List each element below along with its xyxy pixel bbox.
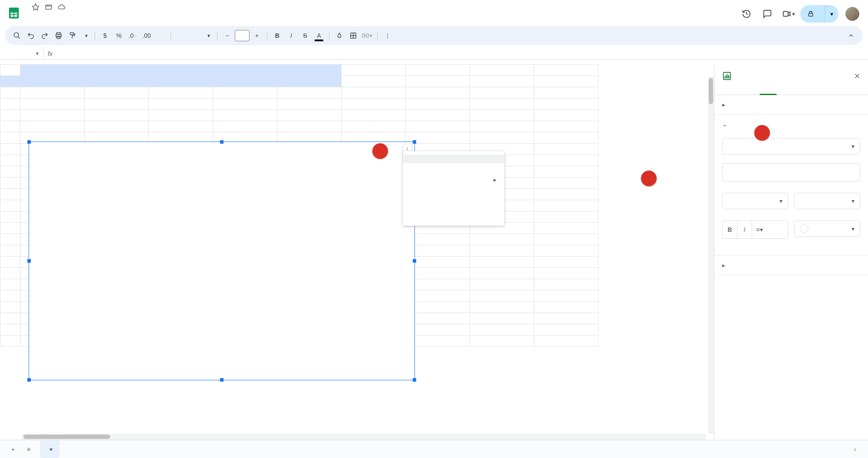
- move-icon[interactable]: [44, 3, 53, 11]
- cloud-icon[interactable]: [57, 3, 66, 11]
- vertical-scrollbar[interactable]: [708, 76, 714, 434]
- merge-cells-icon[interactable]: ▾: [361, 29, 374, 42]
- ctx-download-chart[interactable]: ▸: [403, 172, 504, 188]
- redo-icon[interactable]: [38, 29, 51, 42]
- formula-bar[interactable]: [57, 48, 868, 59]
- cell-B3[interactable]: [85, 99, 149, 110]
- more-formats-button[interactable]: [154, 29, 167, 42]
- share-button[interactable]: [800, 5, 825, 23]
- row-header[interactable]: [0, 302, 20, 313]
- section-legend[interactable]: ▸: [714, 255, 868, 275]
- font-size-increase[interactable]: +: [250, 29, 263, 42]
- percent-icon[interactable]: %: [112, 29, 125, 42]
- name-box[interactable]: ▼: [0, 48, 43, 59]
- section-pie-slice[interactable]: ▸: [714, 95, 868, 115]
- tab-customize[interactable]: [760, 84, 777, 95]
- horizontal-scrollbar[interactable]: [22, 434, 706, 440]
- row-header[interactable]: [0, 132, 20, 144]
- col-header-H[interactable]: [470, 65, 534, 76]
- col-header-D[interactable]: [213, 65, 277, 76]
- ctx-copy-chart[interactable]: [403, 196, 504, 205]
- row-header[interactable]: [0, 99, 20, 110]
- font-size-decrease[interactable]: −: [221, 29, 234, 42]
- row-header[interactable]: [0, 189, 20, 200]
- star-icon[interactable]: [31, 3, 40, 11]
- row-header[interactable]: [0, 110, 20, 121]
- paint-format-icon[interactable]: [66, 29, 79, 42]
- col-header-C[interactable]: [149, 65, 213, 76]
- row-header[interactable]: [0, 279, 20, 290]
- row-header[interactable]: [0, 87, 20, 99]
- row-header[interactable]: [0, 121, 20, 132]
- col-header-B[interactable]: [85, 65, 149, 76]
- row-header[interactable]: [0, 313, 20, 324]
- zoom-select[interactable]: ▼: [80, 33, 91, 38]
- row-header[interactable]: [0, 178, 20, 189]
- account-avatar[interactable]: [845, 7, 859, 21]
- all-sheets-button[interactable]: ≡: [21, 442, 36, 457]
- history-icon[interactable]: [738, 5, 755, 23]
- menu-file[interactable]: [26, 13, 33, 16]
- cell-B5[interactable]: [85, 121, 149, 132]
- row-header[interactable]: [0, 290, 20, 302]
- menu-help[interactable]: [95, 13, 102, 16]
- ctx-alt-text[interactable]: [403, 214, 504, 222]
- row-header[interactable]: [0, 234, 20, 245]
- cell-A3[interactable]: [20, 99, 85, 110]
- borders-icon[interactable]: [347, 29, 360, 42]
- menu-edit[interactable]: [35, 13, 42, 16]
- sheets-logo[interactable]: [5, 4, 23, 22]
- select-all-corner[interactable]: [0, 65, 20, 76]
- increase-decimal-icon[interactable]: .00: [140, 29, 153, 42]
- cell-B2[interactable]: [85, 87, 149, 99]
- ctx-edit-chart[interactable]: [403, 155, 504, 163]
- embedded-chart[interactable]: ⋮: [29, 142, 415, 380]
- undo-icon[interactable]: [24, 29, 37, 42]
- currency-icon[interactable]: $: [99, 29, 112, 42]
- ctx-move-chart[interactable]: [403, 205, 504, 214]
- ctx-publish-chart[interactable]: [403, 188, 504, 196]
- bold-icon[interactable]: B: [271, 29, 284, 42]
- row-header[interactable]: [0, 324, 20, 336]
- menu-tools[interactable]: [78, 13, 85, 16]
- title-align-button[interactable]: ≡▾: [752, 221, 767, 238]
- title-bold-button[interactable]: B: [723, 221, 737, 238]
- search-icon[interactable]: [10, 29, 23, 42]
- row-header[interactable]: [0, 155, 20, 166]
- title-font-select[interactable]: ▾: [722, 193, 788, 209]
- menu-format[interactable]: [61, 13, 68, 16]
- comments-icon[interactable]: [759, 5, 776, 23]
- cell-B4[interactable]: [85, 110, 149, 121]
- cell-A5[interactable]: [20, 121, 85, 132]
- add-sheet-button[interactable]: +: [5, 442, 21, 457]
- row-header[interactable]: [0, 245, 20, 257]
- title-type-select[interactable]: ▾: [722, 138, 860, 155]
- close-icon[interactable]: [853, 72, 861, 80]
- menu-data[interactable]: [69, 13, 76, 16]
- cell-A4[interactable]: [20, 110, 85, 121]
- row-header[interactable]: [0, 211, 20, 223]
- row-header[interactable]: [0, 257, 20, 268]
- menu-view[interactable]: [43, 13, 50, 16]
- menu-insert[interactable]: [52, 13, 59, 16]
- col-header-E[interactable]: [277, 65, 342, 76]
- section-chart-axis-titles[interactable]: ⌄: [714, 115, 868, 134]
- row-header[interactable]: [0, 76, 20, 87]
- col-header-F[interactable]: [342, 65, 406, 76]
- more-tools-icon[interactable]: ⋮: [381, 29, 394, 42]
- explore-button[interactable]: ‹: [847, 442, 863, 457]
- row-header[interactable]: [0, 336, 20, 347]
- fill-color-icon[interactable]: [333, 29, 346, 42]
- row-header[interactable]: [0, 144, 20, 155]
- ctx-delete-chart[interactable]: [403, 163, 504, 172]
- cell-A2[interactable]: [20, 87, 85, 99]
- col-header-G[interactable]: [406, 65, 470, 76]
- col-header-A[interactable]: [20, 65, 85, 76]
- text-color-icon[interactable]: A: [312, 29, 326, 42]
- decrease-decimal-icon[interactable]: .0←: [126, 29, 139, 42]
- title-font-size-select[interactable]: ▾: [794, 193, 860, 209]
- row-header[interactable]: [0, 268, 20, 279]
- title-text-input[interactable]: [722, 163, 860, 181]
- meet-icon[interactable]: ▾: [779, 5, 797, 23]
- title-italic-button[interactable]: I: [737, 221, 752, 238]
